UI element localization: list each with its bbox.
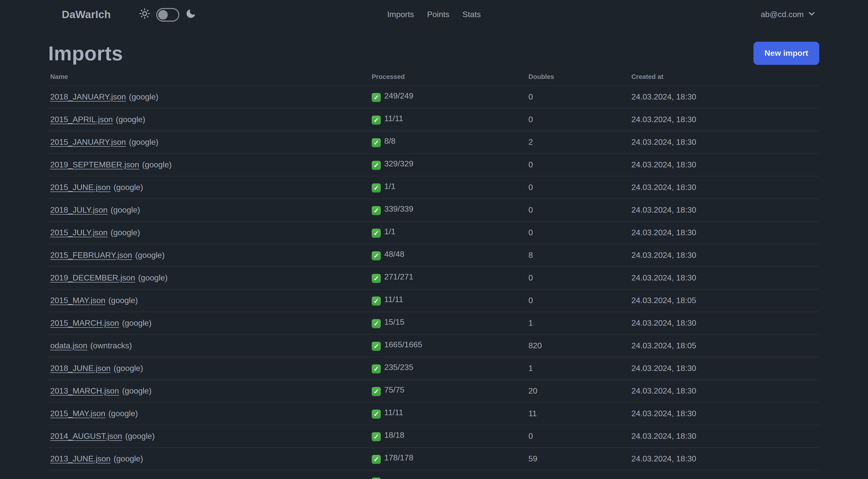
created-at [629,470,819,479]
table-row: 2015_JANUARY.json(google) ✓8/8 2 24.03.2… [48,131,819,153]
nav-item-stats[interactable]: Stats [462,10,481,19]
nav-item-points[interactable]: Points [427,10,449,19]
table-row: 2015_JULY.json(google) ✓1/1 0 24.03.2024… [48,221,819,244]
new-import-button[interactable]: New import [753,42,819,65]
import-file-link[interactable]: 2015_JUNE.json [50,183,111,191]
import-file-link[interactable]: 2018_JUNE.json [50,364,111,372]
created-at: 24.03.2024, 18:30 [629,153,819,176]
created-at: 24.03.2024, 18:30 [629,131,819,153]
import-file-link[interactable]: 2018_JANUARY.json [50,92,126,101]
sun-icon [139,8,150,21]
import-file-link[interactable]: 2018_JULY.json [50,205,107,214]
check-icon: ✓ [372,116,381,125]
doubles-count [526,470,629,479]
table-row: 2015_MAY.json(google) ✓11/11 11 24.03.20… [48,402,819,425]
doubles-count: 59 [526,447,629,470]
check-icon: ✓ [372,229,381,238]
created-at: 24.03.2024, 18:30 [629,357,819,380]
navbar: DaWarIch [0,0,868,29]
import-file-link[interactable]: 2014_AUGUST.json [50,431,122,440]
import-file-link[interactable]: 2015_MAY.json [50,409,105,417]
doubles-count: 1 [526,311,629,334]
import-source: (google) [111,205,140,214]
import-file-link[interactable]: 2013_JUNE.json [50,454,111,463]
table-row: 2014_AUGUST.json(google) ✓18/18 0 24.03.… [48,425,819,447]
created-at: 24.03.2024, 18:30 [629,447,819,470]
page-head: Imports New import [48,41,819,65]
import-source: (google) [114,183,143,191]
created-at: 24.03.2024, 18:30 [629,221,819,244]
doubles-count: 0 [526,85,629,108]
import-file-link[interactable]: 2019_SEPTEMBER.json [50,160,139,169]
processed-count: 1/1 [384,227,396,236]
import-file-link[interactable]: 2015_MAY.json [50,296,105,304]
imports-table: Name Processed Doubles Created at 2018_J… [48,68,819,479]
created-at: 24.03.2024, 18:30 [629,266,819,289]
import-file-link[interactable]: 2015_JANUARY.json [50,138,126,146]
table-row: 2018_JANUARY.json(google) ✓249/249 0 24.… [48,85,819,108]
import-file-link[interactable]: 2015_JULY.json [50,228,107,237]
doubles-count: 0 [526,221,629,244]
processed-count: 339/339 [384,205,413,213]
imports-table-body: 2018_JANUARY.json(google) ✓249/249 0 24.… [48,85,819,479]
doubles-count: 0 [526,153,629,176]
main-nav: Imports Points Stats [387,0,481,29]
processed-count: 249/249 [384,91,413,100]
page-title: Imports [48,42,123,65]
import-file-link[interactable]: 2013_MARCH.json [50,386,119,395]
import-source: (google) [108,409,137,417]
import-file-link[interactable]: 2015_APRIL.json [50,115,113,123]
processed-count: 18/18 [384,431,404,439]
moon-icon [185,8,196,21]
import-file-link[interactable]: 2019_DECEMBER.json [50,273,135,282]
nav-item-imports[interactable]: Imports [387,10,414,19]
created-at: 24.03.2024, 18:05 [629,334,819,357]
processed-count: 1665/1665 [384,340,422,349]
table-row: 2019_DECEMBER.json(google) ✓271/271 0 24… [48,266,819,289]
toggle-knob [158,10,167,19]
processed-count: 235/235 [384,363,413,371]
check-icon: ✓ [372,139,381,148]
doubles-count: 0 [526,199,629,221]
created-at: 24.03.2024, 18:05 [629,289,819,311]
doubles-count: 0 [526,289,629,311]
import-source: (google) [114,454,143,463]
created-at: 24.03.2024, 18:30 [629,380,819,402]
processed-count: 271/271 [384,272,413,281]
check-icon: ✓ [372,387,381,396]
import-source: (google) [135,250,164,259]
doubles-count: 0 [526,425,629,447]
created-at: 24.03.2024, 18:30 [629,199,819,221]
check-icon: ✓ [372,365,381,374]
check-icon: ✓ [372,251,381,261]
import-file-link[interactable]: 2015_MARCH.json [50,319,119,327]
app-logo[interactable]: DaWarIch [62,8,111,21]
import-source: (google) [116,115,145,123]
table-row: 2018_JUNE.json(google) ✓235/235 1 24.03.… [48,357,819,380]
import-source: (google) [122,386,151,395]
import-file-link[interactable]: odata.json [50,341,87,350]
import-source: (google) [125,431,154,440]
account-menu[interactable]: ab@cd.com [761,9,816,20]
check-icon: ✓ [372,274,381,283]
table-row: 2019_SEPTEMBER.json(google) ✓329/329 0 2… [48,153,819,176]
import-file-link[interactable]: 2015_FEBRUARY.json [50,250,132,259]
doubles-count: 2 [526,131,629,153]
table-row: 2015_MARCH.json(google) ✓15/15 1 24.03.2… [48,311,819,334]
check-icon: ✓ [372,342,381,351]
check-icon: ✓ [372,206,381,215]
table-row: 2013_MARCH.json(google) ✓75/75 20 24.03.… [48,380,819,402]
check-icon: ✓ [372,478,381,479]
table-row: 2015_JUNE.json(google) ✓1/1 0 24.03.2024… [48,176,819,199]
app-root: DaWarIch [0,0,868,479]
import-source: (google) [142,160,172,169]
processed-count: 11/11 [384,114,403,123]
import-source: (google) [129,138,158,146]
check-icon: ✓ [372,410,381,419]
created-at: 24.03.2024, 18:30 [629,108,819,131]
import-source: (owntracks) [90,341,132,350]
doubles-count: 820 [526,334,629,357]
check-icon: ✓ [372,161,381,170]
theme-toggle-group [139,8,196,21]
theme-toggle[interactable] [156,8,179,21]
